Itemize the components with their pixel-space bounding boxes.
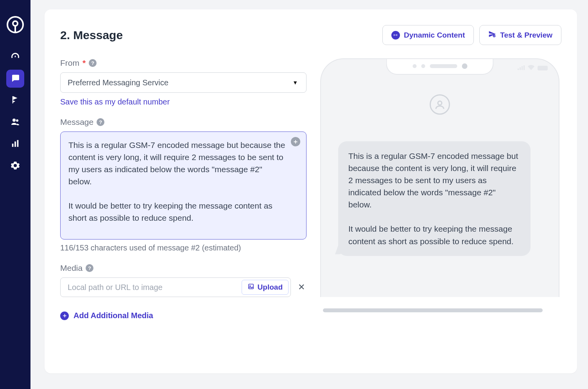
- remove-media-button[interactable]: ✕: [296, 281, 307, 294]
- bar-chart-icon: [11, 139, 20, 149]
- svg-rect-12: [520, 67, 521, 70]
- preview-column: This is a regular GSM-7 encoded message …: [318, 58, 561, 320]
- svg-rect-11: [518, 68, 519, 70]
- message-icon: [11, 73, 20, 84]
- svg-rect-5: [12, 144, 14, 147]
- sidebar: [0, 0, 30, 389]
- scrollbar-thumb: [323, 308, 543, 312]
- upload-button[interactable]: Upload: [242, 280, 289, 295]
- gear-icon: [11, 161, 20, 172]
- required-star: *: [82, 58, 86, 68]
- phone-preview: This is a regular GSM-7 encoded message …: [320, 58, 559, 297]
- nav-messages[interactable]: [6, 70, 24, 88]
- nav-settings[interactable]: [6, 157, 24, 175]
- notch-dot: [412, 64, 416, 68]
- plus-circle-icon: ＋: [60, 312, 69, 320]
- svg-rect-9: [249, 284, 253, 289]
- nav-contacts[interactable]: [6, 113, 24, 131]
- main-area: 2. Message Dynamic Content Test & Previe…: [30, 0, 588, 389]
- media-label-text: Media: [60, 263, 82, 273]
- message-card: 2. Message Dynamic Content Test & Previe…: [45, 9, 577, 373]
- add-additional-media-label: Add Additional Media: [74, 311, 153, 320]
- svg-rect-6: [14, 142, 16, 147]
- svg-point-1: [13, 21, 18, 26]
- media-help-icon[interactable]: ?: [86, 264, 93, 272]
- svg-rect-14: [523, 65, 525, 70]
- preview-message-bubble: This is a regular GSM-7 encoded message …: [338, 141, 531, 256]
- svg-point-15: [438, 101, 442, 105]
- form-column: From * ? Preferred Messaging Service ▼ S…: [60, 58, 307, 320]
- message-help-icon[interactable]: ?: [97, 118, 104, 126]
- svg-point-10: [249, 285, 251, 286]
- media-row: Upload ✕: [60, 277, 307, 297]
- insert-variable-button[interactable]: ＋: [291, 137, 300, 146]
- from-help-icon[interactable]: ?: [89, 59, 97, 67]
- wifi-icon: [528, 65, 534, 72]
- dynamic-content-icon: [391, 31, 400, 40]
- preview-scrollbar[interactable]: [323, 308, 557, 312]
- upload-icon: [247, 283, 255, 292]
- close-icon: ✕: [298, 282, 305, 292]
- svg-point-4: [16, 119, 18, 122]
- contact-avatar: [430, 94, 450, 115]
- nav-dashboard[interactable]: [6, 48, 24, 66]
- add-additional-media-button[interactable]: ＋ Add Additional Media: [60, 311, 153, 320]
- paper-plane-icon: [488, 30, 496, 40]
- from-select-value: Preferred Messaging Service: [68, 78, 169, 87]
- people-icon: [11, 117, 20, 128]
- battery-icon: [538, 66, 548, 70]
- save-default-link[interactable]: Save this as my default number: [60, 97, 170, 106]
- nav-goals[interactable]: [6, 92, 24, 110]
- notch-dot: [421, 64, 425, 68]
- content-row: From * ? Preferred Messaging Service ▼ S…: [60, 58, 561, 320]
- test-preview-label: Test & Preview: [500, 31, 552, 40]
- notch-camera: [462, 63, 467, 69]
- app-logo: [6, 16, 24, 34]
- plus-icon: ＋: [292, 138, 299, 146]
- char-count: 116/153 characters used of message #2 (e…: [60, 243, 307, 252]
- message-textarea-wrap: This is a regular GSM-7 encoded message …: [60, 131, 307, 240]
- from-label-text: From: [60, 58, 79, 68]
- message-label: Message ?: [60, 117, 307, 127]
- card-header: 2. Message Dynamic Content Test & Previe…: [60, 25, 561, 45]
- dashboard-gauge-icon: [11, 51, 20, 62]
- test-preview-button[interactable]: Test & Preview: [479, 25, 561, 45]
- media-label: Media ?: [60, 263, 307, 273]
- phone-notch: [386, 58, 494, 75]
- notch-speaker: [430, 64, 457, 68]
- svg-rect-13: [522, 66, 523, 70]
- dynamic-content-button[interactable]: Dynamic Content: [382, 25, 474, 45]
- from-field-group: From * ? Preferred Messaging Service ▼ S…: [60, 58, 307, 106]
- svg-point-3: [13, 119, 16, 122]
- flag-icon: [11, 95, 20, 106]
- message-textarea[interactable]: This is a regular GSM-7 encoded message …: [60, 131, 307, 240]
- phone-status-bar: [518, 65, 548, 72]
- message-field-group: Message ? This is a regular GSM-7 encode…: [60, 117, 307, 252]
- from-label: From * ?: [60, 58, 307, 68]
- media-input-group: Upload: [60, 277, 291, 297]
- from-select-wrap: Preferred Messaging Service ▼: [60, 72, 307, 93]
- svg-rect-7: [17, 140, 19, 147]
- nav-reports[interactable]: [6, 135, 24, 153]
- media-field-group: Media ? Upload: [60, 263, 307, 297]
- dynamic-content-label: Dynamic Content: [404, 31, 465, 40]
- header-actions: Dynamic Content Test & Preview: [382, 25, 561, 45]
- message-label-text: Message: [60, 117, 93, 127]
- from-select[interactable]: Preferred Messaging Service: [60, 72, 307, 93]
- signal-icon: [518, 65, 525, 72]
- section-title: 2. Message: [60, 29, 123, 42]
- upload-label: Upload: [258, 283, 283, 292]
